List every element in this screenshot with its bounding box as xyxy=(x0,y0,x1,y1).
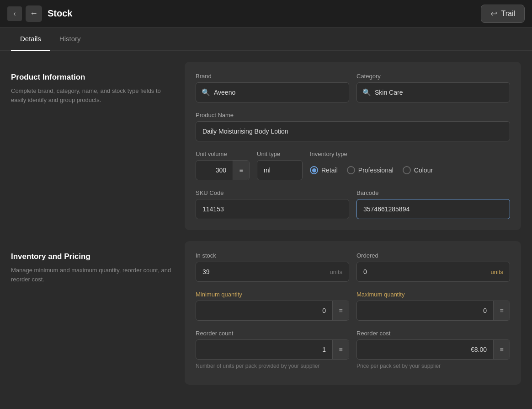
max-qty-label: Maximum quantity xyxy=(356,291,510,298)
in-stock-label: In stock xyxy=(196,252,349,259)
min-qty-input[interactable] xyxy=(196,307,332,314)
radio-retail[interactable]: Retail xyxy=(310,166,338,174)
radio-colour[interactable]: Colour xyxy=(403,166,433,174)
unit-volume-stepper[interactable]: ≡ xyxy=(233,160,249,180)
main-content: Product Information Complete brand, cate… xyxy=(0,51,532,407)
reorder-cost-field: Reorder cost ≡ Price per pack set by you… xyxy=(356,330,510,370)
category-search-icon: 🔍 xyxy=(362,88,371,97)
barcode-label: Barcode xyxy=(356,189,510,196)
brand-input[interactable] xyxy=(214,89,343,96)
page-title: Stock xyxy=(48,8,481,19)
reorder-count-stepper[interactable]: ≡ xyxy=(332,339,349,360)
product-info-title: Product Information xyxy=(11,73,174,82)
radio-professional[interactable]: Professional xyxy=(347,166,394,174)
ordered-input-wrap: units xyxy=(356,262,510,282)
product-name-label: Product Name xyxy=(196,112,510,118)
brand-field: Brand 🔍 xyxy=(196,73,349,102)
back-button[interactable]: ← xyxy=(26,5,42,22)
unit-volume-input-wrap: ≡ xyxy=(196,160,250,180)
product-info-left: Product Information Complete brand, cate… xyxy=(11,62,185,241)
reorder-count-input[interactable] xyxy=(196,346,332,353)
max-qty-input-wrap: ≡ xyxy=(356,301,510,321)
product-info-desc: Complete brand, category, name, and stoc… xyxy=(11,86,174,104)
inventory-left: Inventory and Pricing Manage minimum and… xyxy=(11,241,185,396)
reorder-cost-input[interactable] xyxy=(357,346,493,353)
tab-history[interactable]: History xyxy=(50,27,90,51)
ordered-input[interactable] xyxy=(363,268,487,275)
reorder-count-field: Reorder count ≡ Number of units per pack… xyxy=(196,330,349,370)
radio-colour-circle xyxy=(403,166,411,174)
unit-volume-field: Unit volume ≡ xyxy=(196,151,250,180)
category-field: Category 🔍 xyxy=(356,73,510,102)
inventory-section: Inventory and Pricing Manage minimum and… xyxy=(11,241,521,396)
brand-category-row: Brand 🔍 Category 🔍 xyxy=(196,73,510,102)
arrow-left-icon: ← xyxy=(30,9,38,18)
barcode-input[interactable] xyxy=(363,205,503,213)
reorder-cost-label: Reorder cost xyxy=(356,330,510,337)
stepper-icon: ≡ xyxy=(339,346,342,353)
reorder-cost-stepper[interactable]: ≡ xyxy=(493,339,510,360)
product-name-field: Product Name xyxy=(196,112,510,141)
inventory-title: Inventory and Pricing xyxy=(11,252,174,261)
inventory-form: In stock units Ordered units xyxy=(185,241,521,385)
min-qty-stepper[interactable]: ≡ xyxy=(332,301,349,321)
product-info-form: Brand 🔍 Category 🔍 Product Name xyxy=(185,62,521,230)
radio-retail-circle xyxy=(310,166,318,174)
unit-inventory-row: Unit volume ≡ Unit type Inventory type xyxy=(196,151,510,180)
barcode-input-wrap[interactable] xyxy=(356,199,510,219)
inventory-desc: Manage minimum and maximum quantity, reo… xyxy=(11,266,174,284)
tab-details[interactable]: Details xyxy=(11,27,50,51)
sku-label: SKU Code xyxy=(196,189,349,196)
unit-type-field: Unit type xyxy=(257,151,303,180)
brand-label: Brand xyxy=(196,73,349,80)
radio-colour-label: Colour xyxy=(414,167,433,174)
brand-search-icon: 🔍 xyxy=(202,88,210,97)
product-info-section: Product Information Complete brand, cate… xyxy=(11,62,521,241)
reorder-count-hint: Number of units per pack provided by you… xyxy=(196,362,349,370)
trail-label: Trail xyxy=(501,10,515,18)
category-input-wrap[interactable]: 🔍 xyxy=(356,82,510,102)
in-stock-field: In stock units xyxy=(196,252,349,282)
min-qty-input-wrap: ≡ xyxy=(196,301,349,321)
min-qty-field: Minimum quantity ≡ xyxy=(196,291,349,321)
unit-volume-label: Unit volume xyxy=(196,151,250,157)
max-qty-stepper[interactable]: ≡ xyxy=(493,301,510,321)
barcode-field: Barcode xyxy=(356,189,510,219)
stock-ordered-row: In stock units Ordered units xyxy=(196,252,510,282)
unit-type-input[interactable] xyxy=(257,160,303,180)
reorder-cost-hint: Price per pack set by your supplier xyxy=(356,362,510,370)
sku-field: SKU Code xyxy=(196,189,349,219)
tab-bar: Details History xyxy=(0,27,532,51)
stepper-icon: ≡ xyxy=(339,307,342,314)
min-max-row: Minimum quantity ≡ Maximum quantity ≡ xyxy=(196,291,510,321)
max-qty-field: Maximum quantity ≡ xyxy=(356,291,510,321)
ordered-units: units xyxy=(491,269,503,275)
stepper-icon: ≡ xyxy=(239,167,243,174)
inventory-type-label: Inventory type xyxy=(310,151,510,157)
sku-input[interactable] xyxy=(196,199,349,219)
in-stock-input[interactable] xyxy=(202,268,326,275)
product-name-input[interactable] xyxy=(196,121,510,141)
ordered-field: Ordered units xyxy=(356,252,510,282)
category-input[interactable] xyxy=(375,89,504,96)
trail-button[interactable]: ↩ Trail xyxy=(481,5,525,23)
reorder-cost-input-wrap: ≡ xyxy=(356,339,510,360)
brand-input-wrap[interactable]: 🔍 xyxy=(196,82,349,102)
stepper-icon: ≡ xyxy=(500,346,503,353)
ordered-label: Ordered xyxy=(356,252,510,259)
radio-professional-label: Professional xyxy=(358,167,394,174)
outer-nav-button[interactable]: ‹ xyxy=(7,6,22,21)
top-bar: ‹ ← Stock ↩ Trail xyxy=(0,0,532,27)
category-label: Category xyxy=(356,73,510,80)
in-stock-input-wrap: units xyxy=(196,262,349,282)
min-qty-label: Minimum quantity xyxy=(196,291,349,298)
radio-retail-label: Retail xyxy=(321,167,338,174)
unit-volume-input[interactable] xyxy=(196,167,233,174)
reorder-count-input-wrap: ≡ xyxy=(196,339,349,360)
chevron-left-icon: ‹ xyxy=(13,10,16,18)
radio-professional-circle xyxy=(347,166,355,174)
unit-type-label: Unit type xyxy=(257,151,303,157)
inventory-type-field: Inventory type Retail Professional Co xyxy=(310,151,510,180)
max-qty-input[interactable] xyxy=(357,307,493,314)
undo-icon: ↩ xyxy=(490,9,497,19)
